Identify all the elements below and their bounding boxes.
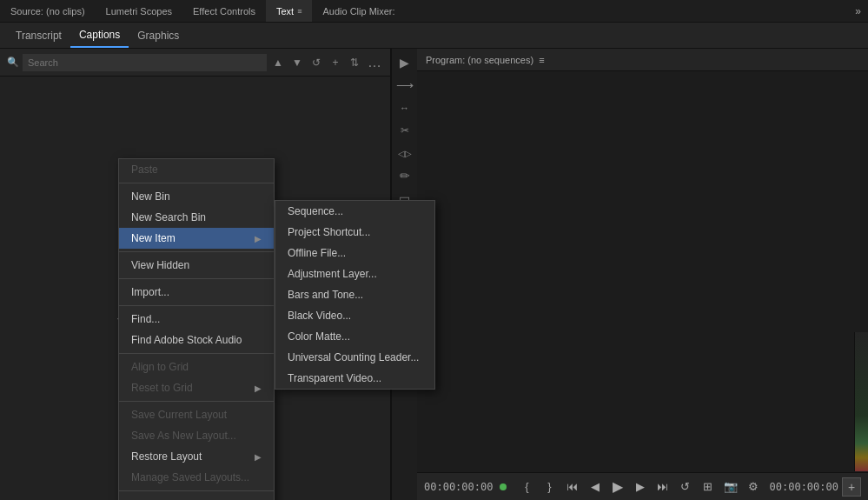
ctx-sep-2 xyxy=(119,251,274,252)
audio-level-indicator xyxy=(500,483,507,490)
loop-button[interactable]: ↺ xyxy=(676,477,695,497)
play-button[interactable]: ▶ xyxy=(608,477,627,497)
ctx-align-to-grid[interactable]: Align to Grid xyxy=(119,357,274,377)
tab-transcript[interactable]: Transcript xyxy=(7,23,70,48)
ctx-restore-arrow: ▶ xyxy=(255,452,262,462)
tab-source[interactable]: Source: (no clips) xyxy=(0,0,96,22)
program-header: Program: (no sequences) ≡ xyxy=(417,49,868,71)
sub-color-matte[interactable]: Color Matte... xyxy=(275,326,434,347)
tab-audio-mixer[interactable]: Audio Clip Mixer: xyxy=(312,0,405,22)
search-flyout-button[interactable]: ⇅ xyxy=(347,55,362,70)
search-add-button[interactable]: + xyxy=(328,55,343,70)
program-monitor-panel: Program: (no sequences) ≡ 00:00:00:00 { … xyxy=(417,49,868,500)
ctx-sep-1 xyxy=(119,183,274,183)
sub-transparent-video[interactable]: Transparent Video... xyxy=(275,368,434,389)
program-title: Program: (no sequences) xyxy=(426,55,533,65)
ctx-sep-7 xyxy=(119,490,274,491)
ctx-find[interactable]: Find... xyxy=(119,309,274,330)
tab-more-button[interactable]: » xyxy=(848,5,868,17)
tab-text[interactable]: Text ≡ xyxy=(266,0,312,22)
tab-effect-controls[interactable]: Effect Controls xyxy=(182,0,266,22)
ctx-save-current-layout[interactable]: Save Current Layout xyxy=(119,404,274,425)
add-track-button[interactable]: + xyxy=(842,477,861,497)
program-timecode-right: 00:00:00:00 xyxy=(770,481,838,493)
ctx-reveal-in-explorer[interactable]: Reveal Project in Explorer... xyxy=(119,494,274,500)
razor-tool-button[interactable]: ✂ xyxy=(394,120,415,141)
program-monitor xyxy=(417,71,868,472)
sub-bars-and-tone[interactable]: Bars and Tone... xyxy=(275,284,434,305)
step-forward-button[interactable]: ▶ xyxy=(631,477,650,497)
ctx-new-search-bin[interactable]: New Search Bin xyxy=(119,207,274,228)
sub-black-video[interactable]: Black Video... xyxy=(275,305,434,326)
search-refresh-button[interactable]: ↺ xyxy=(308,55,324,70)
pen-tool-button[interactable]: ✏ xyxy=(394,165,415,186)
step-back-button[interactable]: ◀ xyxy=(586,477,605,497)
panel-tab-bar: Transcript Captions Graphics xyxy=(0,23,868,49)
search-input[interactable] xyxy=(23,54,267,71)
search-icon: 🔍 xyxy=(7,57,19,68)
ctx-new-bin[interactable]: New Bin xyxy=(119,186,274,207)
sub-universal-counting-leader[interactable]: Universal Counting Leader... xyxy=(275,347,434,368)
slip-tool-button[interactable]: ◁▷ xyxy=(394,143,415,163)
go-to-out-button[interactable]: ⏭ xyxy=(653,477,673,497)
ctx-reset-arrow: ▶ xyxy=(255,383,262,393)
ctx-reset-to-grid[interactable]: Reset to Grid ▶ xyxy=(119,377,274,398)
ctx-paste[interactable]: Paste xyxy=(119,159,274,180)
tab-lumetri[interactable]: Lumetri Scopes xyxy=(96,0,182,22)
search-down-button[interactable]: ▼ xyxy=(289,55,305,70)
ctx-save-as-new-layout[interactable]: Save As New Layout... xyxy=(119,425,274,446)
select-tool-button[interactable]: ▶ xyxy=(394,52,415,73)
new-item-submenu: Sequence... Project Shortcut... Offline … xyxy=(275,200,435,390)
search-bar: 🔍 ▲ ▼ ↺ + ⇅ … xyxy=(0,49,390,77)
safe-margins-button[interactable]: ⊞ xyxy=(699,477,718,497)
search-more-button[interactable]: … xyxy=(366,55,383,70)
ripple-tool-button[interactable]: ↔ xyxy=(394,97,415,118)
monitor-controls: 00:00:00:00 { } ⏮ ◀ ▶ ▶ ⏭ ↺ ⊞ 📷 ⚙ 00:00:… xyxy=(417,472,868,500)
mark-in-button[interactable]: { xyxy=(518,477,537,497)
text-tab-icon: ≡ xyxy=(297,7,301,16)
tab-graphics[interactable]: Graphics xyxy=(129,23,188,48)
ctx-sep-3 xyxy=(119,278,274,279)
ctx-find-stock-audio[interactable]: Find Adobe Stock Audio xyxy=(119,330,274,350)
search-up-button[interactable]: ▲ xyxy=(270,55,286,70)
sub-adjustment-layer[interactable]: Adjustment Layer... xyxy=(275,263,434,284)
ctx-new-item-arrow: ▶ xyxy=(255,234,262,243)
mark-out-button[interactable]: } xyxy=(540,477,560,497)
sub-project-shortcut[interactable]: Project Shortcut... xyxy=(275,222,434,243)
program-menu-icon[interactable]: ≡ xyxy=(539,55,544,65)
top-tab-bar: Source: (no clips) Lumetri Scopes Effect… xyxy=(0,0,868,23)
ctx-sep-4 xyxy=(119,305,274,306)
export-frame-button[interactable]: 📷 xyxy=(721,477,740,497)
volume-bar xyxy=(854,332,868,471)
program-timecode-left: 00:00:00:00 xyxy=(424,481,493,493)
sub-sequence[interactable]: Sequence... xyxy=(275,201,434,222)
ctx-restore-layout[interactable]: Restore Layout ▶ xyxy=(119,446,274,467)
ctx-sep-5 xyxy=(119,353,274,354)
ctx-new-item[interactable]: New Item ▶ xyxy=(119,228,274,249)
settings-button[interactable]: ⚙ xyxy=(744,477,763,497)
ctx-sep-6 xyxy=(119,401,274,402)
tab-captions[interactable]: Captions xyxy=(70,23,129,48)
ctx-manage-saved-layouts[interactable]: Manage Saved Layouts... xyxy=(119,467,274,488)
sub-offline-file[interactable]: Offline File... xyxy=(275,243,434,263)
go-to-in-button[interactable]: ⏮ xyxy=(563,477,582,497)
track-select-tool-button[interactable]: ⟶ xyxy=(394,75,415,96)
context-menu: Paste New Bin New Search Bin New Item ▶ … xyxy=(118,158,275,500)
ctx-view-hidden[interactable]: View Hidden xyxy=(119,255,274,276)
ctx-import[interactable]: Import... xyxy=(119,282,274,303)
